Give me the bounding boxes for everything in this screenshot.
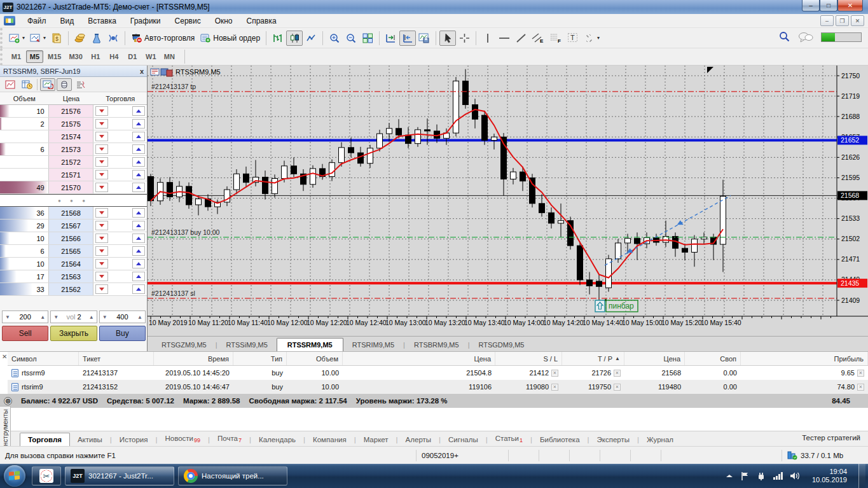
dom-col-volume[interactable]: Объем xyxy=(0,95,49,102)
dom-price-cell[interactable]: 21562 xyxy=(49,283,94,295)
start-button[interactable] xyxy=(1,464,28,487)
dom-row-bid[interactable]: 1021564 xyxy=(0,258,147,270)
menu-item-Файл[interactable]: Файл xyxy=(20,15,53,27)
column-header-Своп[interactable]: Своп xyxy=(685,352,741,365)
dom-row-ask[interactable]: 21571 xyxy=(0,169,147,181)
dom-price-cell[interactable]: 21573 xyxy=(49,143,94,155)
toolbox-tab-Компания[interactable]: Компания xyxy=(305,433,354,446)
volume-value[interactable]: 2 xyxy=(77,313,81,321)
menu-item-Графики[interactable]: Графики xyxy=(123,15,168,27)
buy-size-stepper[interactable]: ▼ 400 ▲ xyxy=(99,310,146,323)
remove-tp-icon[interactable]: × xyxy=(614,384,621,391)
remove-sl-icon[interactable]: × xyxy=(551,370,558,377)
network-signal-icon[interactable] xyxy=(773,471,783,480)
dom-buy-button[interactable] xyxy=(132,246,145,256)
crosshair-tool-button[interactable] xyxy=(456,31,472,46)
toolbox-tab-Статьи[interactable]: Статьи1 xyxy=(488,432,530,446)
toolbox-close-icon[interactable]: ✕ xyxy=(2,353,7,360)
toolbox-tab-Эксперты[interactable]: Эксперты xyxy=(589,433,637,446)
column-header-Прибыль[interactable]: Прибыль xyxy=(741,352,868,365)
dom-sell-button[interactable] xyxy=(95,246,108,256)
chart-tab-RTSGDM9,M5[interactable]: RTSGDM9,M5 xyxy=(470,338,534,351)
toolbox-tab-Библиотека[interactable]: Библиотека xyxy=(532,433,588,446)
timeframe-button-M5[interactable]: M5 xyxy=(26,50,43,63)
candlestick-chart[interactable]: #212413137 tp#212413137 buy 10.00#212413… xyxy=(148,66,868,336)
toolbox-tab-Сигналы[interactable]: Сигналы xyxy=(441,433,486,446)
taskbar-clock[interactable]: 19:04 10.05.2019 xyxy=(807,468,852,484)
chat-icon[interactable] xyxy=(798,32,813,43)
title-bar[interactable]: J2T 3021267 - Just2Trade-MT5: Демо-счет … xyxy=(0,0,868,14)
minimize-button[interactable]: – xyxy=(802,0,820,11)
menu-item-Сервис[interactable]: Сервис xyxy=(168,15,208,27)
close-position-icon[interactable]: × xyxy=(857,384,864,391)
dom-price-cell[interactable]: 21564 xyxy=(49,258,94,270)
vertical-line-tool-button[interactable] xyxy=(479,31,496,46)
column-header-Цена[interactable]: Цена xyxy=(343,352,495,365)
menu-item-Вставка[interactable]: Вставка xyxy=(81,15,123,27)
dom-buy-button[interactable] xyxy=(132,119,145,129)
timeframe-button-H4[interactable]: H4 xyxy=(106,50,123,63)
dom-sell-button[interactable] xyxy=(95,183,108,192)
timeframe-button-M1[interactable]: M1 xyxy=(8,50,25,63)
dom-row-bid[interactable]: 1721563 xyxy=(0,270,147,283)
menu-item-Справка[interactable]: Справка xyxy=(240,15,284,27)
timeframe-button-W1[interactable]: W1 xyxy=(142,50,160,63)
volume-speaker-icon[interactable] xyxy=(790,471,801,480)
remove-tp-icon[interactable]: × xyxy=(614,370,621,377)
stepper-up-icon[interactable]: ▲ xyxy=(86,314,97,320)
chart-tab-RTSBRM9,M5[interactable]: RTSBRM9,M5 xyxy=(405,338,468,351)
toolbox-tab-Новости[interactable]: Новости99 xyxy=(157,432,208,446)
toolbox-tab-Торговля[interactable]: Торговля xyxy=(20,433,70,446)
expand-icon[interactable]: ⊕ xyxy=(4,397,12,405)
menu-item-Окно[interactable]: Окно xyxy=(208,15,240,27)
dom-sell-button[interactable] xyxy=(95,272,108,281)
maximize-button[interactable]: □ xyxy=(820,0,837,11)
tile-windows-button[interactable] xyxy=(359,31,376,46)
dom-depth-mode-button[interactable] xyxy=(57,78,72,91)
accounts-button[interactable]: $ xyxy=(48,31,65,46)
dom-header[interactable]: RTSSRM9, SBRF-Jun19 x xyxy=(0,66,147,77)
dom-sell-button[interactable] xyxy=(95,106,108,116)
dom-sell-button[interactable] xyxy=(95,259,108,268)
dom-row-bid[interactable]: 2921567 xyxy=(0,220,147,232)
column-header-Цена[interactable]: Цена xyxy=(624,352,685,365)
dom-price-cell[interactable]: 21576 xyxy=(49,105,94,117)
toolbox-tab-История[interactable]: История xyxy=(112,433,156,446)
dom-close-icon[interactable]: x xyxy=(140,67,144,75)
sell-size-stepper[interactable]: ▼ 200 ▲ xyxy=(2,310,48,323)
stepper-down-icon[interactable]: ▼ xyxy=(51,314,61,320)
arrows-tool-button[interactable]: ▾ xyxy=(581,31,602,46)
zoom-out-button[interactable] xyxy=(343,31,359,46)
timeframe-button-M15[interactable]: M15 xyxy=(45,50,64,63)
dom-sell-button[interactable] xyxy=(95,221,108,230)
dom-row-ask[interactable]: 4921570 xyxy=(0,181,147,194)
toolbox-tab-Календарь[interactable]: Календарь xyxy=(251,433,303,446)
column-header-Тип[interactable]: Тип xyxy=(233,352,287,365)
menu-item-Вид[interactable]: Вид xyxy=(53,15,81,27)
dom-sell-button[interactable] xyxy=(95,144,108,154)
dom-buy-button[interactable] xyxy=(132,170,145,179)
profiles-button[interactable]: ▾ xyxy=(27,31,48,46)
dom-price-cell[interactable]: 21574 xyxy=(49,130,94,143)
dom-buy-button[interactable] xyxy=(132,106,145,116)
timeframe-button-H1[interactable]: H1 xyxy=(87,50,104,63)
chart-tab-RTSGZM9,M5[interactable]: RTSGZM9,M5 xyxy=(153,338,216,351)
search-icon[interactable] xyxy=(779,31,790,43)
sell-button[interactable]: Sell xyxy=(2,326,48,341)
stepper-down-icon[interactable]: ▼ xyxy=(3,314,13,320)
dom-row-ask[interactable]: 1021576 xyxy=(0,105,147,118)
timeframe-button-M30[interactable]: M30 xyxy=(65,50,85,63)
dom-buy-button[interactable] xyxy=(132,157,145,167)
column-header-Символ[interactable]: Символ xyxy=(8,352,79,365)
data-window-button[interactable] xyxy=(88,31,105,46)
dom-row-bid[interactable]: 621565 xyxy=(0,245,147,258)
child-restore-button[interactable]: ❐ xyxy=(836,15,849,26)
dom-sell-button[interactable] xyxy=(95,157,108,167)
dom-buy-button[interactable] xyxy=(132,234,145,243)
dom-price-cell[interactable]: 21568 xyxy=(49,207,94,219)
dom-row-bid[interactable]: 3321562 xyxy=(0,283,147,296)
dom-sell-button[interactable] xyxy=(95,119,108,129)
bar-chart-mode-button[interactable] xyxy=(270,31,286,46)
dom-buy-button[interactable] xyxy=(132,144,145,154)
dom-tick-chart-button[interactable] xyxy=(3,78,18,91)
